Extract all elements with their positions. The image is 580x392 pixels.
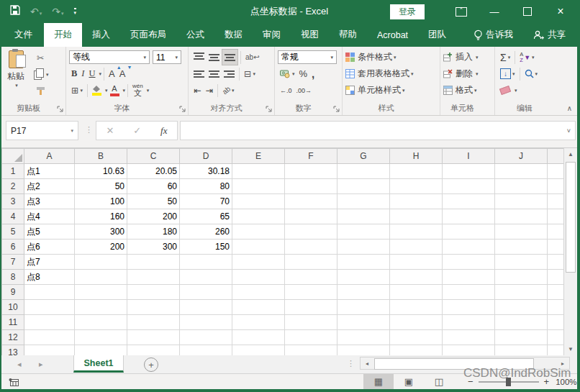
cell-J10[interactable] (495, 300, 548, 315)
font-size-combo[interactable]: 11▾ (153, 50, 181, 64)
format-cells-button[interactable]: 格式▾ (440, 82, 494, 99)
cell-D9[interactable] (180, 285, 232, 300)
wrap-text-button[interactable]: ab↩ (243, 50, 262, 65)
cell-J7[interactable] (495, 255, 548, 270)
cell-J1[interactable] (495, 164, 548, 179)
cell-H13[interactable] (390, 345, 443, 356)
cell-E10[interactable] (232, 300, 285, 315)
column-header-D[interactable]: D (180, 149, 232, 164)
increase-decimal-button[interactable]: ←.0 (278, 83, 294, 98)
cell-D13[interactable] (180, 345, 232, 356)
cell-J4[interactable] (495, 209, 548, 224)
tab-bar-splitter[interactable]: ⋮ (347, 359, 355, 368)
number-format-combo[interactable]: 常规▾ (278, 50, 337, 64)
tab-help[interactable]: 帮助 (329, 23, 367, 47)
cell-A6[interactable]: 点6 (24, 240, 75, 255)
cell-G13[interactable] (337, 345, 390, 356)
cell-E6[interactable] (232, 240, 285, 255)
cell-F5[interactable] (285, 224, 337, 240)
cell-H7[interactable] (390, 255, 443, 270)
row-header-4[interactable]: 4 (2, 209, 24, 224)
underline-button[interactable]: U (87, 66, 98, 81)
orientation-button[interactable]: ab▾ (220, 83, 237, 98)
copy-button[interactable]: ▾ (30, 67, 51, 82)
cell-D3[interactable]: 70 (180, 194, 232, 209)
sheet-tab-sheet1[interactable]: Sheet1 (73, 355, 124, 373)
cell-B3[interactable]: 100 (75, 194, 127, 209)
tab-review[interactable]: 审阅 (253, 23, 291, 47)
column-header-G[interactable]: G (337, 149, 390, 164)
sort-filter-button[interactable]: AZ▼▾ (517, 50, 536, 65)
cell-J9[interactable] (495, 285, 548, 300)
cell-H2[interactable] (390, 179, 443, 194)
font-color-button[interactable]: A (108, 83, 122, 98)
cell-I9[interactable] (443, 285, 495, 300)
cell-G3[interactable] (337, 194, 390, 209)
clear-button[interactable]: ▾ (498, 83, 520, 98)
insert-cells-button[interactable]: 插入▾ (440, 49, 494, 65)
cell-E5[interactable] (232, 224, 285, 240)
select-all-button[interactable] (2, 149, 24, 164)
new-sheet-button[interactable]: + (144, 357, 158, 372)
alignment-dialog-launcher-icon[interactable] (266, 106, 272, 112)
cell-D4[interactable]: 65 (180, 209, 232, 224)
cell-G7[interactable] (337, 255, 390, 270)
column-header-A[interactable]: A (24, 149, 75, 164)
cell-G10[interactable] (337, 300, 390, 315)
merge-center-button[interactable]: ⊟▾ (242, 66, 258, 81)
cell-D7[interactable] (180, 255, 232, 270)
cell-C5[interactable]: 180 (127, 224, 180, 240)
column-header-B[interactable]: B (75, 149, 127, 164)
cell-styles-button[interactable]: 单元格样式▾ (343, 82, 440, 99)
cell-I2[interactable] (443, 179, 495, 194)
phonetic-guide-button[interactable]: wén文 (130, 83, 145, 98)
cell-H5[interactable] (390, 224, 443, 240)
vertical-scroll-thumb[interactable] (566, 162, 576, 273)
cell-H1[interactable] (390, 164, 443, 179)
row-header-7[interactable]: 7 (2, 255, 24, 270)
cell-D2[interactable]: 80 (180, 179, 232, 194)
clipboard-dialog-launcher-icon[interactable] (57, 106, 63, 112)
cell-G1[interactable] (337, 164, 390, 179)
page-break-view-button[interactable]: ◫ (424, 374, 454, 389)
fill-button[interactable]: ↓▾ (498, 66, 517, 81)
cell-B1[interactable]: 10.63 (75, 164, 127, 179)
cell-A10[interactable] (24, 300, 75, 315)
cell-C11[interactable] (127, 315, 180, 330)
cell-G8[interactable] (337, 270, 390, 285)
cell-F4[interactable] (285, 209, 337, 224)
cell-E13[interactable] (232, 345, 285, 356)
enter-icon[interactable]: ✓ (133, 125, 141, 136)
paste-button[interactable]: 粘贴 ▾ (1, 49, 30, 96)
sign-in-button[interactable]: 登录 (390, 4, 425, 19)
ribbon-display-options-icon[interactable]: ⌃ (445, 0, 478, 23)
cell-G5[interactable] (337, 224, 390, 240)
row-header-8[interactable]: 8 (2, 270, 24, 285)
redo-button[interactable]: ↷▾ (52, 6, 63, 17)
percent-style-button[interactable]: % (297, 66, 310, 81)
cell-F10[interactable] (285, 300, 337, 315)
format-as-table-button[interactable]: 套用表格格式▾ (343, 65, 440, 82)
cell-F7[interactable] (285, 255, 337, 270)
formula-bar-splitter[interactable]: ⋮ (85, 125, 93, 135)
cell-I4[interactable] (443, 209, 495, 224)
column-header-I[interactable]: I (443, 149, 495, 164)
cell-B9[interactable] (75, 285, 127, 300)
cell-B6[interactable]: 200 (75, 240, 127, 255)
cell-C4[interactable]: 200 (127, 209, 180, 224)
cell-G2[interactable] (337, 179, 390, 194)
cell-D1[interactable]: 30.18 (180, 164, 232, 179)
cell-F13[interactable] (285, 345, 337, 356)
zoom-slider[interactable] (479, 381, 539, 383)
cell-E7[interactable] (232, 255, 285, 270)
cell-G4[interactable] (337, 209, 390, 224)
cell-I13[interactable] (443, 345, 495, 356)
cell-B11[interactable] (75, 315, 127, 330)
conditional-formatting-button[interactable]: 条件格式▾ (343, 49, 440, 65)
cell-G6[interactable] (337, 240, 390, 255)
cell-F3[interactable] (285, 194, 337, 209)
insert-function-icon[interactable]: fx (160, 125, 167, 137)
cell-D12[interactable] (180, 330, 232, 345)
cell-I5[interactable] (443, 224, 495, 240)
tab-file[interactable]: 文件 (3, 23, 44, 47)
